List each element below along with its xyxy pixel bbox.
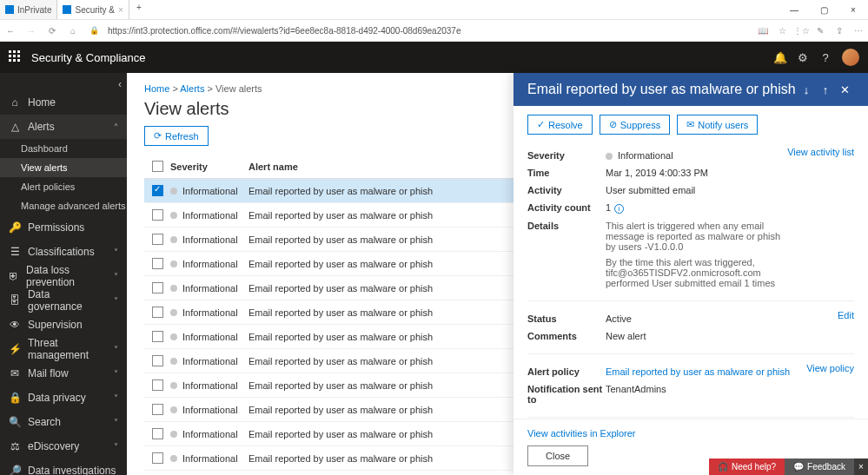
suppress-button[interactable]: ⊘Suppress xyxy=(600,115,670,135)
nav-dashboard[interactable]: Dashboard xyxy=(0,139,127,158)
app-launcher-icon[interactable] xyxy=(9,50,23,64)
row-checkbox[interactable] xyxy=(152,209,163,221)
nav-data-privacy[interactable]: 🔒Data privacy˅ xyxy=(0,386,127,410)
nav-ediscovery[interactable]: ⚖eDiscovery˅ xyxy=(0,434,127,459)
view-activities-explorer-link[interactable]: View activities in Explorer xyxy=(527,428,854,439)
refresh-icon: ⟳ xyxy=(154,130,162,142)
favorites-list-icon[interactable]: ⋮☆ xyxy=(792,26,811,36)
window-close-icon[interactable]: × xyxy=(838,0,868,19)
resolve-button[interactable]: ✓Resolve xyxy=(527,115,593,135)
panel-close-icon[interactable]: ✕ xyxy=(835,83,854,96)
nav-classifications[interactable]: ☰Classifications˅ xyxy=(0,240,127,264)
refresh-label: Refresh xyxy=(165,131,199,142)
row-checkbox[interactable] xyxy=(152,234,163,245)
panel-down-icon[interactable]: ↓ xyxy=(797,83,816,96)
chevron-down-icon: ˅ xyxy=(114,418,118,427)
view-policy-link[interactable]: View policy xyxy=(806,363,854,373)
user-avatar[interactable] xyxy=(842,49,859,66)
url-text[interactable]: https://int3.protection.office.com/#/vie… xyxy=(104,26,753,36)
nav-search[interactable]: 🔍Search˅ xyxy=(0,410,127,434)
row-checkbox[interactable] xyxy=(152,452,163,464)
favorite-icon[interactable]: ☆ xyxy=(772,26,792,36)
nav-sidebar: ‹ ⌂Home △Alerts˄ Dashboard View alerts A… xyxy=(0,73,127,475)
edit-link[interactable]: Edit xyxy=(838,310,854,320)
alert-details-panel: Email reported by user as malware or phi… xyxy=(514,73,868,475)
nav-alerts[interactable]: △Alerts˄ xyxy=(0,115,127,139)
nav-data-investigations[interactable]: 🔎Data investigations xyxy=(0,459,127,475)
browser-home-icon[interactable]: ⌂ xyxy=(63,26,83,36)
nav-supervision[interactable]: 👁Supervision xyxy=(0,313,127,337)
tab-label: InPrivate xyxy=(17,5,51,15)
row-checkbox[interactable] xyxy=(152,355,163,366)
mail-icon: ✉ xyxy=(9,367,21,379)
chevron-down-icon: ˅ xyxy=(114,369,118,379)
mail-icon: ✉ xyxy=(686,119,694,130)
notifications-icon[interactable]: 🔔 xyxy=(769,51,792,64)
info-icon[interactable]: i xyxy=(614,204,624,214)
severity-dot-icon xyxy=(170,333,177,340)
browser-back-icon[interactable]: ← xyxy=(0,26,21,36)
value-alert-policy[interactable]: Email reported by user as malware or phi… xyxy=(606,366,806,377)
value-comments: New alert xyxy=(606,331,838,341)
nav-permissions[interactable]: 🔑Permissions xyxy=(0,215,127,240)
window-minimize-icon[interactable]: — xyxy=(779,0,809,19)
row-checkbox[interactable] xyxy=(152,282,163,294)
notify-users-button[interactable]: ✉Notify users xyxy=(677,115,758,135)
view-activity-list-link[interactable]: View activity list xyxy=(787,147,854,157)
new-tab-button[interactable]: + xyxy=(129,0,149,15)
cell-severity: Informational xyxy=(170,380,248,391)
cell-severity: Informational xyxy=(170,283,248,294)
reading-view-icon[interactable]: 📖 xyxy=(753,26,772,36)
collapse-nav-icon[interactable]: ‹ xyxy=(118,78,122,90)
nav-manage-advanced[interactable]: Manage advanced alerts xyxy=(0,196,127,215)
help-close-icon[interactable]: × xyxy=(854,459,868,475)
breadcrumb-alerts[interactable]: Alerts xyxy=(180,83,204,94)
gear-icon[interactable]: ⚙ xyxy=(792,51,814,64)
nav-alert-policies[interactable]: Alert policies xyxy=(0,177,127,196)
row-checkbox[interactable] xyxy=(152,428,163,439)
nav-view-alerts[interactable]: View alerts xyxy=(0,158,127,177)
nav-mail-flow[interactable]: ✉Mail flow˅ xyxy=(0,361,127,386)
breadcrumb-home[interactable]: Home xyxy=(144,83,169,94)
label-time: Time xyxy=(527,168,606,178)
need-help-button[interactable]: 🎧Need help? xyxy=(709,459,785,475)
row-checkbox[interactable] xyxy=(152,307,163,318)
nav-dlp[interactable]: ⛨Data loss prevention˅ xyxy=(0,264,127,288)
severity-dot-icon xyxy=(170,309,177,316)
chevron-down-icon: ˅ xyxy=(114,296,118,306)
browser-forward-icon: → xyxy=(21,26,42,36)
settings-icon[interactable]: ⋯ xyxy=(849,26,868,36)
row-checkbox[interactable] xyxy=(152,258,163,269)
nav-threat-mgmt[interactable]: ⚡Threat management˅ xyxy=(0,337,127,361)
browser-tab-inprivate[interactable]: InPrivate xyxy=(0,0,57,19)
nav-data-governance[interactable]: 🗄Data governance˅ xyxy=(0,288,127,313)
window-maximize-icon[interactable]: ▢ xyxy=(809,0,838,19)
row-checkbox[interactable] xyxy=(152,331,163,342)
feedback-button[interactable]: 💬Feedback xyxy=(785,459,854,475)
close-button[interactable]: Close xyxy=(527,445,588,466)
cell-severity: Informational xyxy=(170,307,248,318)
chevron-up-icon: ˄ xyxy=(114,122,118,132)
nav-label: Data investigations xyxy=(28,465,116,475)
row-checkbox[interactable] xyxy=(152,404,163,415)
share-icon[interactable]: ⇪ xyxy=(830,26,849,36)
refresh-button[interactable]: ⟳Refresh xyxy=(144,126,209,146)
app-title: Security & Compliance xyxy=(31,51,769,64)
cell-severity: Informational xyxy=(170,405,248,415)
row-checkbox[interactable] xyxy=(152,379,163,391)
home-icon: ⌂ xyxy=(9,96,21,109)
browser-refresh-icon[interactable]: ⟳ xyxy=(42,26,63,36)
nav-home[interactable]: ⌂Home xyxy=(0,90,127,115)
nav-label: Data governance xyxy=(28,288,107,313)
col-severity[interactable]: Severity xyxy=(170,162,248,172)
browser-tab-active[interactable]: Security &× xyxy=(57,0,129,19)
value-details: This alert is triggered when any email m… xyxy=(606,221,787,288)
tab-close-icon[interactable]: × xyxy=(118,5,123,15)
select-all-checkbox[interactable] xyxy=(152,161,163,172)
row-checkbox[interactable] xyxy=(152,185,163,196)
label-severity: Severity xyxy=(527,150,606,161)
notes-icon[interactable]: ✎ xyxy=(811,26,830,36)
panel-up-icon[interactable]: ↑ xyxy=(816,83,835,96)
panel-body: SeverityInformational TimeMar 1, 2019 4:… xyxy=(514,143,868,419)
help-icon[interactable]: ? xyxy=(814,51,837,64)
